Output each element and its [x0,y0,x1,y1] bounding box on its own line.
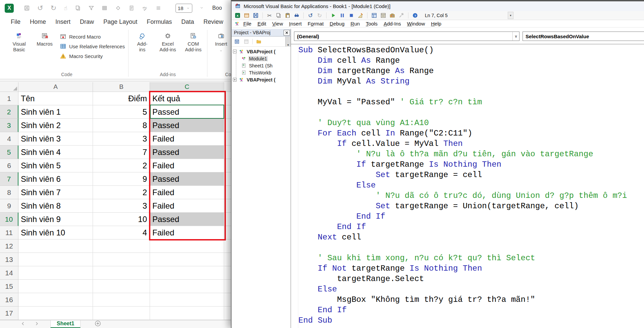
cell-b9[interactable]: 3 [93,199,150,213]
row-header-15[interactable]: 15 [0,280,18,293]
view-code-icon[interactable] [234,38,240,45]
save-blue-icon[interactable] [252,12,259,19]
row-header-3[interactable]: 3 [0,119,18,132]
ribbon-collapse-icon[interactable] [200,5,204,11]
cell-a13[interactable] [18,253,93,266]
procedure-combo[interactable]: SelectRowsBasedOnValue [523,32,644,41]
cell-b13[interactable] [93,253,150,266]
use-relative-references-button[interactable]: Use Relative References [60,43,125,50]
insert-button[interactable]: Insert [211,31,232,70]
tab-data[interactable]: Data [177,18,199,25]
cell-a4[interactable]: Sinh viên 3 [18,132,93,146]
print-icon[interactable] [129,5,135,11]
tab-insert[interactable]: Insert [51,18,75,25]
tools-gray-icon[interactable] [398,12,405,19]
object-combo[interactable]: (General) ∨ [294,32,519,41]
row-header-17[interactable]: 17 [0,307,18,320]
insert-cells-icon[interactable] [102,5,108,11]
cell-a1[interactable]: Tên [18,92,93,105]
menu-view[interactable]: View [269,21,286,26]
add-ins-button[interactable]: Add- ins [132,31,153,70]
plus-box-icon[interactable] [233,78,237,81]
menu-addins[interactable]: Add-Ins [381,21,404,26]
stop-icon[interactable] [348,12,355,19]
cell-b11[interactable]: 4 [93,226,150,239]
cell-a17[interactable] [18,307,93,320]
redo-gray-icon[interactable]: ↻ [316,12,323,19]
cell-a7[interactable]: Sinh viên 6 [18,172,93,186]
menu-run[interactable]: Run [348,21,363,26]
menu-debug[interactable]: Debug [327,21,347,26]
design-vba-icon[interactable] [357,12,364,19]
close-icon[interactable] [284,30,290,36]
tree-item-thisworkb[interactable]: XThisWorkb [232,69,291,76]
row-header-5[interactable]: 5 [0,146,18,159]
cell-c13[interactable] [150,253,224,266]
tab-page-layout[interactable]: Page Layout [99,18,142,25]
sheet-nav-left-icon[interactable] [21,321,26,327]
save-icon[interactable] [24,5,30,11]
row-header-11[interactable]: 11 [0,226,18,239]
cell-c6[interactable]: Failed [150,159,224,172]
sheet-tab-sheet1[interactable]: Sheet1 [50,320,81,328]
cell-b14[interactable] [93,266,150,280]
cell-b2[interactable]: 5 [93,105,150,119]
cell-c17[interactable] [150,307,224,320]
menu-lines-icon[interactable] [155,5,161,11]
menu-file[interactable]: File [240,21,254,26]
tree-item-sheet1sh[interactable]: Sheet1 (Sh [232,62,291,69]
copy-icon[interactable] [75,5,81,11]
copy-vba-icon[interactable] [275,12,282,19]
select-all-corner[interactable] [0,82,18,92]
macros-button[interactable]: Macros [34,31,55,70]
cell-b6[interactable]: 2 [93,159,150,172]
cell-c9[interactable]: Failed [150,199,224,213]
menu-help[interactable]: Help [428,21,444,26]
cell-a15[interactable] [18,280,93,293]
cell-b5[interactable]: 7 [93,146,150,159]
cell-a6[interactable]: Sinh viên 5 [18,159,93,172]
tab-formulas[interactable]: Formulas [142,18,177,25]
cell-a11[interactable]: Sinh viên 10 [18,226,93,239]
run-icon[interactable] [330,12,337,19]
cell-a14[interactable] [18,266,93,280]
tree-item-vbaproject[interactable]: VBAProject ( [232,76,291,83]
row-header-14[interactable]: 14 [0,266,18,280]
cell-a2[interactable]: Sinh viên 1 [18,105,93,119]
cell-c11[interactable]: Failed [150,226,224,239]
cell-a3[interactable]: Sinh viên 2 [18,119,93,132]
row-header-7[interactable]: 7 [0,172,18,186]
touch-mode-icon[interactable]: ☝ [64,5,67,11]
excel-add-ins-button[interactable]: Excel Add-ins [157,31,178,70]
eraser-icon[interactable] [115,5,121,11]
column-header-b[interactable]: B [93,82,150,92]
row-header-1[interactable]: 1 [0,92,18,105]
row-header-4[interactable]: 4 [0,132,18,146]
cell-b1[interactable]: Điểm [93,92,150,105]
row-header-8[interactable]: 8 [0,186,18,199]
undo-blue-icon[interactable]: ↺ [307,12,314,19]
undo-icon[interactable]: ↺ [37,5,43,12]
cell-c10[interactable]: Passed [150,213,224,226]
cut-icon[interactable]: ✂ [266,12,273,19]
row-header-10[interactable]: 10 [0,213,18,226]
row-header-2[interactable]: 2 [0,105,18,119]
column-header-a[interactable]: A [18,82,93,92]
pause-icon[interactable] [339,12,346,19]
menu-tools[interactable]: Tools [363,21,381,26]
menu-edit[interactable]: Edit [254,21,269,26]
macro-security-button[interactable]: Macro Security [60,53,125,59]
project-explorer-icon[interactable] [371,12,378,19]
excel-logo-icon[interactable]: X [5,4,14,13]
cell-b4[interactable]: 3 [93,132,150,146]
toolbar-options-icon[interactable]: ▾ [508,12,513,19]
cell-b7[interactable]: 9 [93,172,150,186]
cell-c1[interactable]: Kết quả [150,92,224,105]
paste-icon[interactable] [284,12,291,19]
column-header-c[interactable]: C [150,82,224,92]
font-size-combo[interactable]: 18 [176,4,192,13]
panel-scroll-icon[interactable]: ▾ [285,37,291,47]
cell-a5[interactable]: Sinh viên 4 [18,146,93,159]
tree-item-module1[interactable]: Module1 [232,55,291,62]
row-header-13[interactable]: 13 [0,253,18,266]
